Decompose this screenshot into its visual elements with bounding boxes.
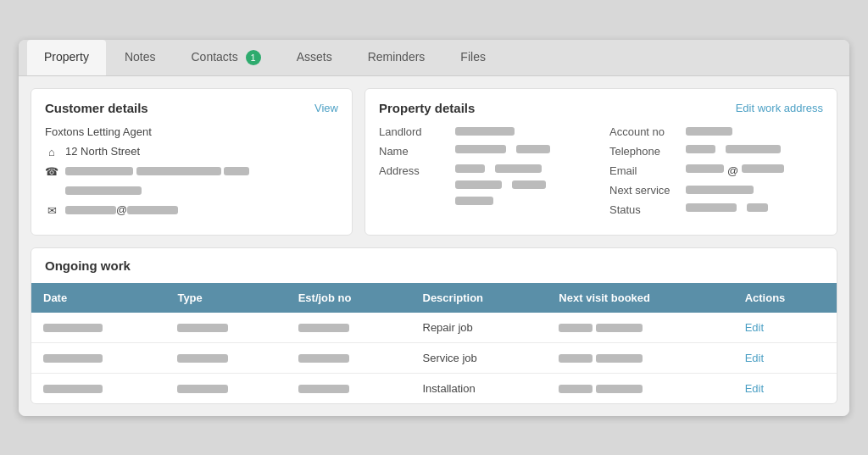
email-prop-row: Email @ xyxy=(609,164,823,177)
edit-work-address-link[interactable]: Edit work address xyxy=(736,102,823,114)
account-no-label: Account no xyxy=(609,125,686,138)
row3-type xyxy=(165,373,286,403)
tab-bar: Property Notes Contacts 1 Assets Reminde… xyxy=(19,40,849,76)
prop-col-right: Account no Telephone Email @ Next s xyxy=(609,125,823,223)
landlord-label: Landlord xyxy=(379,125,455,138)
email-prop-value: @ xyxy=(686,164,784,177)
ongoing-work-title: Ongoing work xyxy=(31,248,837,283)
status-value xyxy=(686,203,768,216)
col-actions: Actions xyxy=(733,283,837,313)
phone2-value xyxy=(65,184,142,197)
work-table: Date Type Est/job no Description Next vi… xyxy=(31,283,837,403)
email-value: @ xyxy=(65,203,178,216)
account-no-value xyxy=(686,127,732,136)
top-panels: Customer details View Foxtons Letting Ag… xyxy=(31,88,837,236)
phone-row: ☎ xyxy=(45,164,338,179)
address-prop-value xyxy=(455,164,546,205)
tab-assets[interactable]: Assets xyxy=(280,40,349,75)
col-type: Type xyxy=(165,283,286,313)
landlord-value xyxy=(455,127,515,136)
col-estjobno: Est/job no xyxy=(287,283,411,313)
address-row: ⌂ 12 North Street xyxy=(45,145,338,159)
row3-next-visit xyxy=(547,373,732,403)
status-row: Status xyxy=(609,203,823,216)
phone2-icon xyxy=(45,185,58,198)
name-row: Name xyxy=(379,145,593,158)
row2-type xyxy=(165,342,286,373)
landlord-row: Landlord xyxy=(379,125,593,138)
next-service-row: Next service xyxy=(609,184,823,197)
row2-next-visit xyxy=(547,342,732,373)
col-description: Description xyxy=(411,283,548,313)
customer-panel-header: Customer details View xyxy=(45,101,338,115)
contacts-badge: 1 xyxy=(246,50,261,65)
row1-description: Repair job xyxy=(411,313,548,343)
row2-description: Service job xyxy=(411,342,548,373)
property-details-panel: Property details Edit work address Landl… xyxy=(364,88,837,236)
row2-edit-link[interactable]: Edit xyxy=(745,352,764,364)
table-row: Service job Edit xyxy=(31,342,837,373)
phone-value xyxy=(65,164,249,177)
home-icon: ⌂ xyxy=(45,146,58,159)
account-no-row: Account no xyxy=(609,125,823,138)
property-panel-header: Property details Edit work address xyxy=(379,101,823,115)
tab-reminders[interactable]: Reminders xyxy=(351,40,442,75)
view-customer-link[interactable]: View xyxy=(314,102,338,114)
row1-type xyxy=(165,313,286,343)
prop-col-left: Landlord Name Address xyxy=(379,125,593,223)
tab-notes[interactable]: Notes xyxy=(108,40,173,75)
name-label: Name xyxy=(379,145,455,158)
address-label: Address xyxy=(379,164,455,177)
row1-estjobno xyxy=(287,313,411,343)
row2-estjobno xyxy=(287,342,411,373)
email-row: ✉ @ xyxy=(45,203,338,218)
row3-actions: Edit xyxy=(733,373,837,403)
row3-description: Installation xyxy=(411,373,548,403)
row1-actions: Edit xyxy=(733,313,837,343)
status-label: Status xyxy=(609,203,686,216)
col-date: Date xyxy=(31,283,165,313)
name-value xyxy=(455,145,550,158)
table-row: Repair job Edit xyxy=(31,313,837,343)
row2-actions: Edit xyxy=(733,342,837,373)
phone-icon: ☎ xyxy=(45,165,58,179)
next-service-value xyxy=(686,186,754,194)
tab-files[interactable]: Files xyxy=(443,40,503,75)
telephone-label: Telephone xyxy=(609,145,686,158)
ongoing-work-panel: Ongoing work Date Type Est/job no Descri… xyxy=(31,247,837,404)
table-header: Date Type Est/job no Description Next vi… xyxy=(31,283,837,313)
row3-edit-link[interactable]: Edit xyxy=(745,382,764,395)
address-text: 12 North Street xyxy=(65,145,140,158)
property-details-grid: Landlord Name Address xyxy=(379,125,823,223)
main-container: Property Notes Contacts 1 Assets Reminde… xyxy=(19,40,849,416)
telephone-row: Telephone xyxy=(609,145,823,158)
table-row: Installation Edit xyxy=(31,373,837,403)
row3-estjobno xyxy=(287,373,411,403)
col-next-visit: Next visit booked xyxy=(547,283,732,313)
email-icon: ✉ xyxy=(45,204,58,218)
row3-date xyxy=(31,373,165,403)
row1-edit-link[interactable]: Edit xyxy=(745,321,764,334)
row2-date xyxy=(31,342,165,373)
customer-details-title: Customer details xyxy=(45,101,148,115)
phone2-row xyxy=(45,184,338,198)
tab-contacts[interactable]: Contacts 1 xyxy=(175,40,278,75)
work-table-container: Date Type Est/job no Description Next vi… xyxy=(31,283,837,403)
tab-property[interactable]: Property xyxy=(27,40,106,75)
address-prop-row: Address xyxy=(379,164,593,205)
table-header-row: Date Type Est/job no Description Next vi… xyxy=(31,283,837,313)
telephone-value xyxy=(686,145,781,158)
email-prop-label: Email xyxy=(609,164,686,177)
table-body: Repair job Edit Service job Edit xyxy=(31,313,837,403)
property-details-title: Property details xyxy=(379,101,475,115)
content-area: Customer details View Foxtons Letting Ag… xyxy=(19,76,849,416)
row1-next-visit xyxy=(547,313,732,343)
company-name: Foxtons Letting Agent xyxy=(45,125,338,138)
next-service-label: Next service xyxy=(609,184,686,197)
customer-details-panel: Customer details View Foxtons Letting Ag… xyxy=(31,88,353,236)
row1-date xyxy=(31,313,165,343)
